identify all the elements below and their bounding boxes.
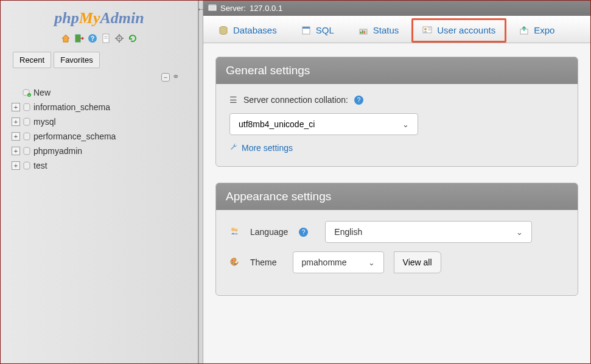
svg-rect-21 xyxy=(209,4,216,5)
expand-icon[interactable]: + xyxy=(12,161,20,170)
home-icon[interactable] xyxy=(61,33,71,46)
svg-rect-0 xyxy=(75,35,80,42)
help-icon[interactable]: ? xyxy=(88,33,97,46)
server-icon xyxy=(208,3,217,13)
language-select[interactable]: English ⌄ xyxy=(325,221,532,243)
tree-db-performance-schema[interactable]: + performance_schema xyxy=(12,129,192,144)
svg-point-37 xyxy=(232,262,233,264)
content-area: General settings ☰ Server connection col… xyxy=(203,43,590,325)
logo-my: My xyxy=(79,9,100,27)
collation-value: utf8mb4_unicode_ci xyxy=(239,119,315,129)
collation-icon: ☰ xyxy=(229,95,237,105)
collation-select[interactable]: utf8mb4_unicode_ci ⌄ xyxy=(229,113,418,135)
panel-title-appearance: Appearance settings xyxy=(216,183,578,210)
svg-rect-20 xyxy=(209,5,216,10)
svg-point-7 xyxy=(119,38,121,40)
svg-point-38 xyxy=(234,264,236,265)
tree-label: information_schema xyxy=(33,102,110,112)
sql-doc-icon[interactable] xyxy=(101,33,111,46)
svg-text:+: + xyxy=(28,93,30,97)
theme-label: Theme xyxy=(250,257,277,267)
nav-status[interactable]: Status xyxy=(347,18,411,43)
database-icon xyxy=(23,147,31,155)
nav-databases[interactable]: Databases xyxy=(207,18,289,43)
nav-label: SQL xyxy=(316,25,334,35)
panel-title-general: General settings xyxy=(216,57,578,84)
database-icon xyxy=(23,161,31,170)
help-icon[interactable]: ? xyxy=(299,228,308,237)
svg-point-35 xyxy=(235,228,238,231)
tree-label: performance_schema xyxy=(33,131,116,141)
chevron-down-icon: ⌄ xyxy=(368,258,375,267)
database-icon xyxy=(23,103,31,111)
tree-controls: − ⚭ xyxy=(1,71,198,85)
expand-icon[interactable]: + xyxy=(12,132,20,141)
panel-appearance-settings: Appearance settings Language ? English ⌄ xyxy=(215,183,578,296)
help-icon[interactable]: ? xyxy=(354,96,363,105)
svg-text:?: ? xyxy=(91,35,94,42)
expand-icon[interactable]: + xyxy=(12,117,20,126)
tree-label-new: New xyxy=(33,88,51,97)
link-icon[interactable]: ⚭ xyxy=(172,72,180,82)
sidebar-tabs: Recent Favorites xyxy=(1,52,198,71)
sidebar-toolbar: ? xyxy=(1,33,198,52)
tree-db-test[interactable]: + test xyxy=(12,158,192,173)
nav-label: Expo xyxy=(534,25,554,35)
database-icon xyxy=(23,117,31,126)
svg-rect-27 xyxy=(362,30,363,33)
collapse-all-icon[interactable]: − xyxy=(161,73,170,82)
more-settings-label: More settings xyxy=(242,143,293,153)
tree-db-mysql[interactable]: + mysql xyxy=(12,114,192,129)
language-label: Language xyxy=(250,227,288,237)
theme-icon xyxy=(229,257,239,268)
reload-icon[interactable] xyxy=(128,33,138,46)
tree-new-database[interactable]: + New xyxy=(12,85,192,100)
expand-icon[interactable]: + xyxy=(12,147,20,155)
tree-label: mysql xyxy=(33,117,56,127)
tab-recent[interactable]: Recent xyxy=(13,52,51,68)
tree-label: test xyxy=(33,161,47,170)
more-settings-link[interactable]: More settings xyxy=(229,142,564,153)
top-nav: Databases SQL Status User accounts Expo xyxy=(203,16,590,43)
exit-icon[interactable] xyxy=(74,33,84,46)
tab-favorites[interactable]: Favorites xyxy=(54,52,99,68)
tree-label: phpmyadmin xyxy=(33,146,82,156)
sql-icon xyxy=(301,26,311,35)
collation-label: Server connection collation: xyxy=(243,95,348,105)
language-icon xyxy=(229,226,239,238)
panel-resize-handle[interactable]: ← xyxy=(198,1,203,363)
database-tree: + New + information_schema + mysql + per… xyxy=(1,85,198,173)
nav-label: Status xyxy=(373,25,399,35)
nav-label: User accounts xyxy=(437,25,495,35)
tree-db-phpmyadmin[interactable]: + phpmyadmin xyxy=(12,144,192,158)
language-value: English xyxy=(334,227,362,237)
svg-point-30 xyxy=(424,28,427,30)
databases-icon xyxy=(219,26,228,35)
logo-admin: Admin xyxy=(100,9,144,27)
chevron-down-icon: ⌄ xyxy=(402,120,409,129)
panel-general-settings: General settings ☰ Server connection col… xyxy=(215,57,578,167)
svg-point-36 xyxy=(232,260,233,261)
nav-user-accounts[interactable]: User accounts xyxy=(411,18,506,43)
gear-icon[interactable] xyxy=(114,33,124,46)
chevron-down-icon: ⌄ xyxy=(516,228,523,237)
tree-db-information-schema[interactable]: + information_schema xyxy=(12,100,192,114)
phpmyadmin-logo[interactable]: phpMyAdmin xyxy=(1,5,198,33)
svg-rect-24 xyxy=(302,27,310,29)
expand-icon[interactable]: + xyxy=(12,103,20,111)
server-label: Server: xyxy=(220,4,246,13)
svg-rect-28 xyxy=(364,31,365,33)
nav-export[interactable]: Expo xyxy=(508,18,566,43)
theme-select[interactable]: pmahomme ⌄ xyxy=(293,251,384,273)
database-icon xyxy=(23,132,31,141)
server-host: 127.0.0.1 xyxy=(250,4,282,13)
user-accounts-icon xyxy=(422,25,432,35)
export-icon xyxy=(519,26,529,35)
wrench-icon xyxy=(229,142,238,153)
main-area: Server: 127.0.0.1 Databases SQL Status U… xyxy=(203,1,590,363)
nav-sql[interactable]: SQL xyxy=(290,18,346,43)
status-icon xyxy=(358,26,368,35)
logo-php: php xyxy=(54,9,79,27)
view-all-themes-button[interactable]: View all xyxy=(394,251,441,273)
svg-rect-26 xyxy=(360,32,362,33)
